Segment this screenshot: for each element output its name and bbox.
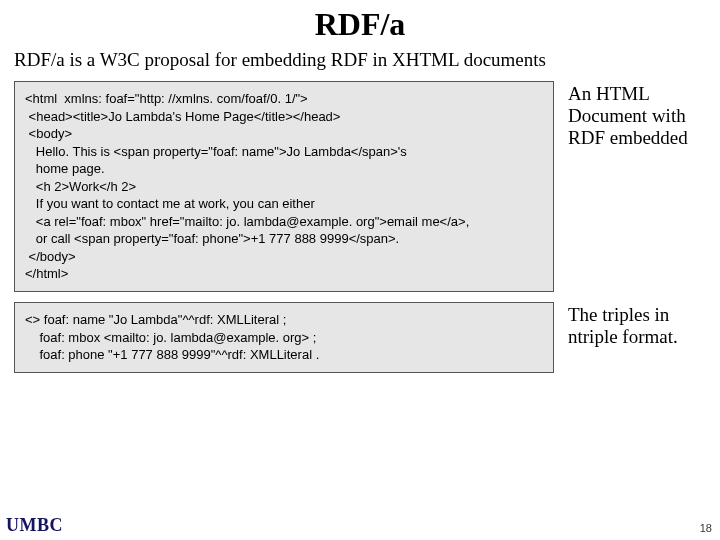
footer-logo: UMBC	[6, 515, 63, 536]
caption-1: An HTML Document with RDF embedded	[568, 81, 706, 149]
intro-text: RDF/a is a W3C proposal for embedding RD…	[14, 49, 706, 71]
page-number: 18	[700, 522, 712, 534]
slide-title: RDF/a	[0, 6, 720, 43]
example-row-1: <html xmlns: foaf="http: //xmlns. com/fo…	[14, 81, 706, 292]
code-block-ntriples: <> foaf: name "Jo Lambda"^^rdf: XMLLiter…	[14, 302, 554, 373]
example-row-2: <> foaf: name "Jo Lambda"^^rdf: XMLLiter…	[14, 302, 706, 373]
caption-2: The triples in ntriple format.	[568, 302, 706, 348]
code-block-html: <html xmlns: foaf="http: //xmlns. com/fo…	[14, 81, 554, 292]
